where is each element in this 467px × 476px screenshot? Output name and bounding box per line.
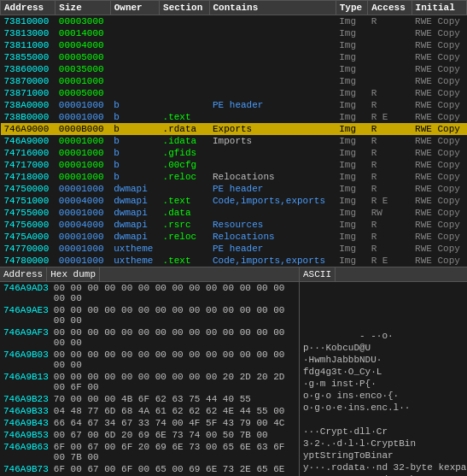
table-cell — [110, 87, 159, 99]
table-cell — [160, 87, 209, 99]
table-row[interactable]: 7477000000001000uxthemePE headerImgRRWE … — [1, 243, 467, 255]
table-cell: R — [368, 147, 412, 159]
table-cell: 00001000 — [55, 243, 110, 255]
hex-bytes: 00 00 00 00 00 00 00 00 00 00 00 00 00 0… — [52, 349, 299, 371]
table-row[interactable]: 7381300000014000ImgRWE Copy — [1, 27, 467, 39]
ascii-row: fdg4g3t·O_Cy·L — [300, 366, 467, 378]
table-cell — [209, 87, 336, 99]
table-cell — [209, 51, 336, 63]
col-header-access: Access — [368, 1, 412, 15]
table-cell: 00004000 — [55, 195, 110, 207]
table-row[interactable]: 738A000000001000bPE headerImgRRWE Copy — [1, 99, 467, 111]
memory-map-table: Address Size Owner Section Contains Type… — [0, 0, 467, 267]
table-cell: b — [110, 111, 159, 123]
table-row[interactable]: 7475100000004000dwmapi.textCode,imports,… — [1, 195, 467, 207]
table-cell: 00001000 — [55, 159, 110, 171]
table-cell: Img — [336, 195, 367, 207]
table-row[interactable]: 7387000000001000ImgRWE Copy — [1, 75, 467, 87]
table-cell: Img — [336, 87, 367, 99]
table-row[interactable]: 7475500000001000dwmapi.dataImgRWRWE Copy — [1, 207, 467, 219]
table-cell: b — [110, 123, 159, 135]
table-cell: 738B0000 — [1, 111, 55, 123]
hex-row[interactable]: 746A9B0300 00 00 00 00 00 00 00 00 00 00… — [0, 349, 299, 371]
table-cell: RWE Copy — [412, 219, 466, 231]
table-cell: .idata — [160, 135, 209, 147]
table-cell: 74756000 — [1, 219, 55, 231]
table-cell — [160, 39, 209, 51]
table-cell: Img — [336, 75, 367, 87]
hex-row[interactable]: 746A9AD300 00 00 00 00 00 00 00 00 00 00… — [0, 282, 299, 304]
hex-panel: Address Hex dump 746A9AD300 00 00 00 00 … — [0, 267, 299, 476]
table-row[interactable]: 7475000000001000dwmapiPE headerImgRRWE C… — [1, 183, 467, 195]
hex-address: 746A9B13 — [0, 371, 52, 393]
table-cell: RWE Copy — [412, 207, 466, 219]
table-row[interactable]: 7471600000001000b.gfidsImgRRWE Copy — [1, 147, 467, 159]
table-row[interactable]: 7385500000005000ImgRWE Copy — [1, 51, 467, 63]
hex-bytes: 00 00 00 00 00 00 00 00 00 00 20 2D 20 2… — [52, 371, 299, 393]
hex-address: 746A9AF3 — [0, 326, 52, 349]
table-cell: 746A9000 — [1, 123, 55, 135]
ascii-row: o·g·o·e·ins.enc.l·· — [300, 402, 467, 414]
table-cell: R — [368, 219, 412, 231]
table-cell: 738A0000 — [1, 99, 55, 111]
table-cell: R E — [368, 111, 412, 123]
table-cell: 73860000 — [1, 63, 55, 75]
table-cell: Relocations — [209, 171, 336, 183]
ascii-row: - -·o· — [300, 330, 467, 342]
col-header-address: Address — [1, 1, 55, 15]
hex-row[interactable]: 746A9AE300 00 00 00 00 00 00 00 00 00 00… — [0, 304, 299, 326]
hex-row[interactable]: 746A9B2370 00 00 00 4B 6F 62 63 75 44 40… — [0, 393, 299, 405]
hex-row[interactable]: 746A9B5300 67 00 6D 20 69 6E 73 74 00 50… — [0, 429, 299, 441]
hex-address: 746A9B23 — [0, 393, 52, 405]
hex-row[interactable]: 746A9B736F 00 67 00 6F 00 65 00 69 6E 73… — [0, 463, 299, 476]
table-cell — [368, 39, 412, 51]
hex-bytes: 6F 00 67 00 6F 20 69 6E 73 00 65 6E 63 6… — [52, 441, 299, 463]
col-header-type: Type — [336, 1, 367, 15]
table-row[interactable]: 746A900000001000b.idataImportsImgRRWE Co… — [1, 135, 467, 147]
table-cell: 00005000 — [55, 51, 110, 63]
table-cell — [209, 39, 336, 51]
table-cell: Exports — [209, 123, 336, 135]
table-row[interactable]: 7475600000004000dwmapi.rsrcResourcesImgR… — [1, 219, 467, 231]
table-cell: 73813000 — [1, 27, 55, 39]
table-cell: Img — [336, 231, 367, 243]
hex-row[interactable]: 746A9AF300 00 00 00 00 00 00 00 00 00 00… — [0, 326, 299, 349]
hex-row[interactable]: 746A9B4366 64 67 34 67 33 74 00 4F 5F 43… — [0, 417, 299, 429]
table-cell: b — [110, 171, 159, 183]
table-row[interactable]: 7471800000001000b.relocRelocationsImgRRW… — [1, 171, 467, 183]
table-cell: Img — [336, 111, 367, 123]
table-cell: 74770000 — [1, 243, 55, 255]
table-row[interactable]: 7471700000001000b.00cfgImgRRWE Copy — [1, 159, 467, 171]
table-cell — [160, 63, 209, 75]
table-cell — [160, 99, 209, 111]
table-row[interactable]: 7475A00000001000dwmapi.relocRelocationsI… — [1, 231, 467, 243]
table-cell: RWE Copy — [412, 231, 466, 243]
hex-row[interactable]: 746A9B3304 48 77 6D 68 4A 61 62 62 62 4E… — [0, 405, 299, 417]
ascii-row — [300, 282, 467, 294]
table-cell — [368, 27, 412, 39]
hex-row[interactable]: 746A9B636F 00 67 00 6F 20 69 6E 73 00 65… — [0, 441, 299, 463]
table-row[interactable]: 746A90000000B000b.rdataExportsImgRRWE Co… — [1, 123, 467, 135]
table-row[interactable]: 7387100000005000ImgRRWE Copy — [1, 87, 467, 99]
table-row[interactable]: 7381000000003000ImgRRWE Copy — [1, 15, 467, 28]
table-cell: 73871000 — [1, 87, 55, 99]
table-row[interactable]: 7381100000004000ImgRWE Copy — [1, 39, 467, 51]
table-cell: RWE Copy — [412, 147, 466, 159]
table-row[interactable]: 7478000000001000uxtheme.textCode,imports… — [1, 255, 467, 267]
table-cell — [110, 27, 159, 39]
table-cell: 00001000 — [55, 111, 110, 123]
ascii-row: ·HwmhJabbbNDU· — [300, 354, 467, 366]
table-row[interactable]: 7386000000035000ImgRWE Copy — [1, 63, 467, 75]
table-cell: Img — [336, 183, 367, 195]
table-cell: RWE Copy — [412, 183, 466, 195]
hex-row[interactable]: 746A9B1300 00 00 00 00 00 00 00 00 00 20… — [0, 371, 299, 393]
table-cell: Code,imports,exports — [209, 195, 336, 207]
table-cell: RWE Copy — [412, 243, 466, 255]
table-row[interactable]: 738B000000001000b.textImgR ERWE Copy — [1, 111, 467, 123]
table-cell — [160, 183, 209, 195]
ascii-row — [300, 414, 467, 426]
table-cell: 00003000 — [55, 15, 110, 28]
table-cell: 00001000 — [55, 231, 110, 243]
table-cell — [209, 111, 336, 123]
hex-address: 746A9B53 — [0, 429, 52, 441]
